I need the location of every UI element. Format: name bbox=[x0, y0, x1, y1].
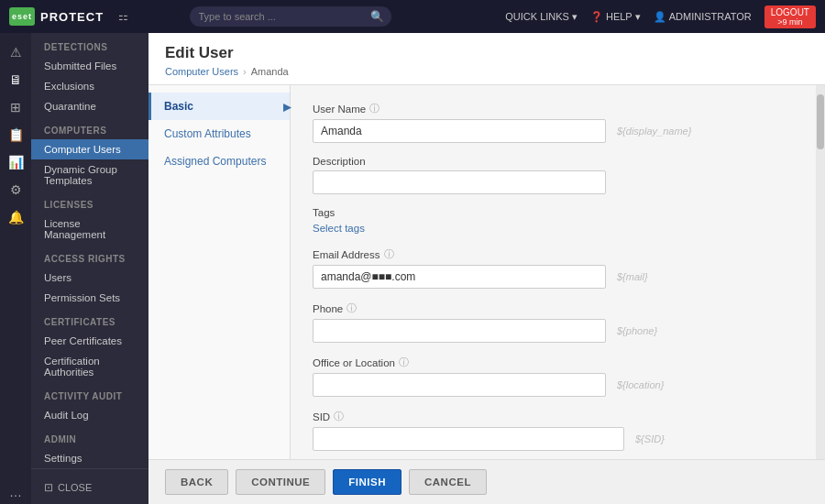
bottom-bar: BACK CONTINUE FINISH CANCEL bbox=[148, 459, 825, 504]
field-phone: Phone ⓘ ${phone} bbox=[313, 301, 794, 343]
field-sid: SID ⓘ ${SID} bbox=[313, 410, 794, 451]
label-email: Email Address ⓘ bbox=[313, 247, 794, 261]
tab-basic[interactable]: Basic ▸ bbox=[148, 93, 290, 120]
sidebar-icon-more[interactable]: … bbox=[9, 480, 22, 504]
section-access-rights: ACCESS RIGHTS bbox=[31, 245, 148, 268]
cancel-button[interactable]: CANCEL bbox=[409, 469, 487, 495]
settings-label: Settings bbox=[44, 453, 82, 464]
section-detections: DETECTIONS bbox=[31, 33, 148, 56]
page-title: Edit User bbox=[165, 44, 808, 62]
breadcrumb-separator: › bbox=[243, 66, 247, 77]
sidebar-item-audit-log[interactable]: Audit Log bbox=[31, 405, 148, 425]
sidebar-item-license-mgmt[interactable]: License Management bbox=[31, 214, 148, 245]
sidebar-icon-reports[interactable]: 📊 bbox=[8, 150, 24, 174]
tab-arrow-icon: ▸ bbox=[283, 98, 291, 115]
chevron-down-icon: ▾ bbox=[635, 11, 641, 23]
sidebar-item-quarantine[interactable]: Quarantine bbox=[31, 96, 148, 116]
info-icon-location[interactable]: ⓘ bbox=[399, 356, 409, 369]
field-tags: Tags Select tags bbox=[313, 207, 794, 235]
admin-button[interactable]: 👤 ADMINISTRATOR bbox=[654, 11, 752, 23]
location-placeholder: ${location} bbox=[617, 379, 664, 390]
sidebar-item-computer-users[interactable]: Computer Users bbox=[31, 139, 148, 159]
quick-links-button[interactable]: QUICK LINKS ▾ bbox=[505, 11, 578, 23]
location-input[interactable] bbox=[313, 373, 606, 397]
sidebar-item-submitted-files[interactable]: Submitted Files bbox=[31, 56, 148, 76]
sidebar-item-exclusions[interactable]: Exclusions bbox=[31, 76, 148, 96]
label-location: Office or Location ⓘ bbox=[313, 356, 794, 369]
select-tags-link[interactable]: Select tags bbox=[313, 223, 365, 234]
info-icon-phone[interactable]: ⓘ bbox=[346, 301, 357, 315]
info-icon-sid[interactable]: ⓘ bbox=[334, 410, 344, 423]
email-input[interactable] bbox=[313, 265, 606, 289]
continue-button[interactable]: CONTINUE bbox=[236, 469, 325, 495]
info-icon-username[interactable]: ⓘ bbox=[369, 102, 380, 115]
description-input[interactable] bbox=[313, 170, 606, 194]
email-placeholder: ${mail} bbox=[617, 271, 648, 282]
input-row-description bbox=[313, 170, 794, 194]
app-name: PROTECT bbox=[40, 10, 104, 24]
input-row-email: ${mail} bbox=[313, 265, 794, 289]
sidebar-icon-bell[interactable]: 🔔 bbox=[8, 205, 24, 229]
sidebar-icon-tasks[interactable]: 📋 bbox=[8, 123, 24, 147]
section-activity-audit: ACTIVITY AUDIT bbox=[31, 382, 148, 405]
phone-placeholder: ${phone} bbox=[617, 325, 657, 336]
breadcrumb-link[interactable]: Computer Users bbox=[165, 66, 238, 77]
user-icon: 👤 bbox=[654, 11, 666, 23]
audit-log-label: Audit Log bbox=[44, 410, 89, 421]
close-button[interactable]: ⊡ CLOSE bbox=[31, 477, 148, 499]
tab-assigned-computers[interactable]: Assigned Computers bbox=[148, 148, 290, 175]
help-button[interactable]: ❓ HELP ▾ bbox=[590, 11, 641, 23]
sidebar-item-dynamic-group[interactable]: Dynamic Group Templates bbox=[31, 159, 148, 191]
label-description: Description bbox=[313, 156, 794, 167]
scroll-thumb[interactable] bbox=[817, 94, 824, 149]
sidebar-item-peer-certs[interactable]: Peer Certificates bbox=[31, 331, 148, 351]
breadcrumb-current: Amanda bbox=[251, 66, 289, 77]
label-tags: Tags bbox=[313, 207, 794, 218]
tab-custom-attributes[interactable]: Custom Attributes bbox=[148, 120, 290, 148]
field-email: Email Address ⓘ ${mail} bbox=[313, 247, 794, 289]
submitted-files-label: Submitted Files bbox=[44, 60, 116, 71]
username-input[interactable] bbox=[313, 119, 606, 143]
sidebar-item-permission-sets[interactable]: Permission Sets bbox=[31, 288, 148, 308]
section-admin: ADMIN bbox=[31, 425, 148, 448]
search-icon: 🔍 bbox=[370, 10, 384, 23]
grid-icon[interactable]: ⚏ bbox=[118, 10, 128, 23]
input-row-location: ${location} bbox=[313, 373, 794, 397]
sidebar-icon-dashboard[interactable]: ⊞ bbox=[10, 95, 21, 119]
sidebar-item-settings[interactable]: Settings bbox=[31, 448, 148, 468]
phone-input[interactable] bbox=[313, 319, 606, 343]
sidebar-item-cert-authorities[interactable]: Certification Authorities bbox=[31, 351, 148, 382]
form-area: User Name ⓘ ${display_name} Description bbox=[291, 85, 816, 459]
permission-sets-label: Permission Sets bbox=[44, 292, 120, 303]
sidebar-icon-detections[interactable]: ⚠ bbox=[10, 40, 22, 64]
help-icon: ❓ bbox=[590, 11, 603, 23]
search-input[interactable] bbox=[190, 6, 391, 27]
input-row-phone: ${phone} bbox=[313, 319, 794, 343]
topbar: eset PROTECT ⚏ 🔍 QUICK LINKS ▾ ❓ HELP ▾ … bbox=[0, 0, 825, 33]
logout-button[interactable]: LOGOUT >9 min bbox=[764, 5, 816, 28]
label-phone: Phone ⓘ bbox=[313, 301, 794, 315]
label-username: User Name ⓘ bbox=[313, 102, 794, 115]
back-button[interactable]: BACK bbox=[165, 469, 228, 495]
section-licenses: LICENSES bbox=[31, 191, 148, 214]
finish-button[interactable]: FINISH bbox=[333, 469, 402, 495]
label-sid: SID ⓘ bbox=[313, 410, 794, 423]
chevron-down-icon: ▾ bbox=[572, 11, 578, 23]
users-label: Users bbox=[44, 272, 72, 283]
info-icon-email[interactable]: ⓘ bbox=[384, 247, 394, 261]
username-placeholder: ${display_name} bbox=[617, 126, 691, 137]
field-location: Office or Location ⓘ ${location} bbox=[313, 356, 794, 397]
sidebar-item-users[interactable]: Users bbox=[31, 268, 148, 288]
exclusions-label: Exclusions bbox=[44, 81, 94, 92]
cert-authorities-label: Certification Authorities bbox=[44, 356, 139, 378]
sid-input[interactable] bbox=[313, 427, 624, 451]
edit-area: Basic ▸ Custom Attributes Assigned Compu… bbox=[148, 85, 825, 459]
sidebar-icon-settings[interactable]: ⚙ bbox=[10, 178, 22, 202]
sidebar-bottom: ⊡ CLOSE bbox=[31, 468, 148, 504]
scroll-indicator bbox=[816, 85, 825, 459]
section-certificates: CERTIFICATES bbox=[31, 308, 148, 331]
sidebar-icon-computers[interactable]: 🖥 bbox=[9, 68, 22, 92]
dynamic-group-label: Dynamic Group Templates bbox=[44, 164, 139, 186]
input-row-sid: ${SID} bbox=[313, 427, 794, 451]
breadcrumb: Computer Users › Amanda bbox=[165, 66, 808, 84]
